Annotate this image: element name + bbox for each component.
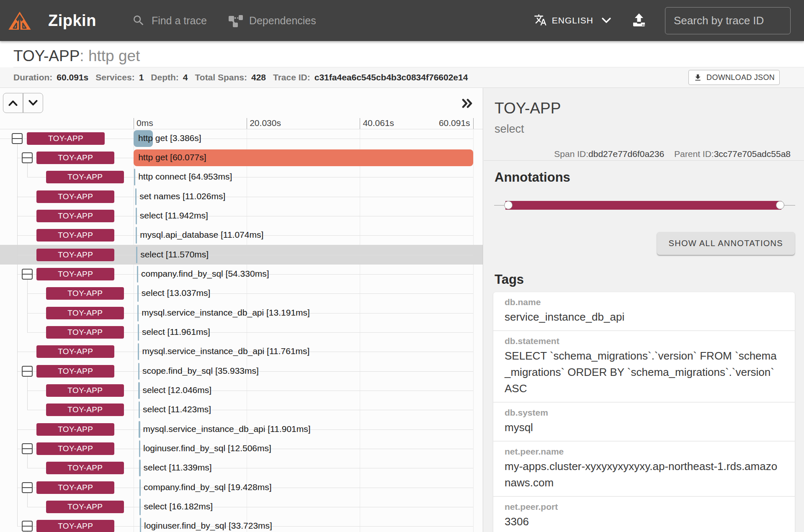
service-badge[interactable]: TOY-APP: [36, 423, 114, 436]
service-badge[interactable]: TOY-APP: [36, 190, 114, 203]
tag-key: db.name: [505, 297, 781, 307]
trace-header: TOY-APP: http get: [0, 41, 804, 67]
parent-id-value: 3cc77e705adc55a8: [714, 149, 791, 159]
annotation-marker-start[interactable]: [504, 201, 513, 209]
span-name-label: select [11.423ms]: [143, 404, 211, 414]
span-duration-bar[interactable]: [139, 401, 140, 418]
timeline-gridline: [473, 129, 474, 532]
parent-id-label: Parent ID:: [674, 149, 714, 159]
ruler-tick-mark: [473, 118, 474, 129]
tree-vertical-connector: [27, 454, 28, 468]
expand-collapse-box[interactable]: [22, 366, 33, 377]
tags-card: db.nameservice_instance_db_apidb.stateme…: [493, 292, 795, 532]
span-ids: Span ID:dbd27e77d6f0a236Parent ID:3cc77e…: [554, 149, 791, 159]
span-duration-bar[interactable]: [135, 188, 137, 205]
span-duration-bar[interactable]: [137, 305, 139, 321]
summary-item: Depth:4: [151, 72, 188, 82]
app-title[interactable]: Zipkin: [48, 12, 96, 30]
service-badge[interactable]: TOY-APP: [46, 171, 124, 183]
nav-find-a-trace[interactable]: Find a trace: [132, 14, 207, 27]
tags-title: Tags: [495, 272, 524, 287]
service-badge[interactable]: TOY-APP: [36, 365, 114, 378]
service-badge[interactable]: TOY-APP: [46, 403, 124, 416]
span-name-label: http get [60.077s]: [138, 152, 206, 162]
ruler-tick-mark: [134, 118, 134, 129]
trace-tree-canvas: 0ms20.030s40.061s60.091sTOY-APPhttp get …: [0, 88, 483, 532]
summary-label: Duration:: [13, 72, 52, 82]
span-name-label: loginuser.find_by_sql [33.723ms]: [144, 521, 272, 531]
span-detail-pane: TOY-APP select Span ID:dbd27e77d6f0a236P…: [484, 88, 804, 532]
summary-value: 428: [251, 72, 266, 82]
trace-timeline-pane: 0ms20.030s40.061s60.091sTOY-APPhttp get …: [0, 88, 483, 532]
summary-label: Total Spans:: [195, 72, 247, 82]
span-name-label: select [11.339ms]: [144, 463, 212, 473]
language-selector[interactable]: ENGLISH: [534, 13, 611, 28]
span-name-label: mysql.service_instance_db_api [11.901ms]: [143, 424, 311, 434]
span-duration-bar[interactable]: [139, 460, 140, 476]
expand-collapse-box[interactable]: [12, 133, 23, 144]
service-badge[interactable]: TOY-APP: [46, 307, 124, 319]
expand-collapse-box[interactable]: [22, 152, 33, 163]
service-badge[interactable]: TOY-APP: [46, 326, 124, 339]
upload-trace-button[interactable]: [631, 13, 647, 28]
service-badge[interactable]: TOY-APP: [36, 210, 114, 222]
service-badge[interactable]: TOY-APP: [36, 481, 114, 494]
language-label: ENGLISH: [552, 15, 593, 26]
span-duration-bar[interactable]: [136, 227, 137, 244]
service-badge[interactable]: TOY-APP: [36, 520, 114, 532]
tag-row: db.nameservice_instance_db_api: [493, 292, 795, 331]
span-name-label: select [11.961ms]: [142, 327, 210, 337]
expand-collapse-box[interactable]: [22, 269, 33, 280]
search-by-trace-id-input[interactable]: [665, 7, 791, 34]
summary-item: Trace ID:c31fa4ea6c545cb4b3c0834f76602e1…: [273, 72, 468, 82]
ruler-bottom-border: [0, 129, 483, 129]
service-badge[interactable]: TOY-APP: [36, 345, 114, 358]
tree-vertical-connector: [17, 144, 18, 527]
service-badge[interactable]: TOY-APP: [46, 501, 124, 513]
download-json-button[interactable]: DOWNLOAD JSON: [688, 70, 780, 85]
tree-vertical-connector: [27, 163, 28, 177]
span-duration-bar[interactable]: [139, 440, 140, 457]
timeline-gridline: [247, 129, 247, 532]
annotation-marker-end[interactable]: [776, 201, 784, 209]
expand-collapse-box[interactable]: [22, 521, 33, 532]
span-duration-bar[interactable]: [138, 382, 139, 399]
span-id-label: Span ID:: [554, 149, 588, 159]
span-duration-bar[interactable]: [138, 343, 139, 360]
ruler-tick-mark: [360, 118, 360, 129]
span-duration-bar[interactable]: [137, 285, 139, 302]
service-badge[interactable]: TOY-APP: [27, 132, 105, 145]
trace-summary-items: Duration:60.091sServices:1Depth:4Total S…: [13, 72, 475, 82]
service-badge[interactable]: TOY-APP: [46, 462, 124, 474]
translate-icon: [534, 13, 547, 28]
span-duration-bar[interactable]: [136, 208, 137, 224]
service-badge[interactable]: TOY-APP: [36, 229, 114, 242]
summary-value: c31fa4ea6c545cb4b3c0834f76602e14: [314, 72, 468, 82]
span-duration-bar[interactable]: [134, 169, 135, 185]
nav-dependencies[interactable]: Dependencies: [228, 14, 316, 27]
span-duration-bar[interactable]: [137, 266, 138, 283]
span-duration-bar[interactable]: [139, 499, 141, 515]
service-badge[interactable]: TOY-APP: [36, 152, 114, 164]
service-badge[interactable]: TOY-APP: [36, 249, 114, 261]
service-badge[interactable]: TOY-APP: [36, 268, 114, 280]
service-badge[interactable]: TOY-APP: [46, 384, 124, 397]
timeline-gridline: [360, 129, 360, 532]
span-duration-bar[interactable]: [140, 518, 141, 532]
span-duration-bar[interactable]: [138, 363, 139, 380]
tag-row: db.statementSELECT `schema_migrations`.`…: [493, 331, 795, 403]
span-duration-bar[interactable]: [139, 421, 140, 438]
show-all-annotations-button[interactable]: SHOW ALL ANNOTATIONS: [657, 232, 795, 255]
tag-row: db.systemmysql: [493, 403, 795, 442]
span-duration-bar[interactable]: [138, 324, 139, 341]
service-badge[interactable]: TOY-APP: [36, 442, 114, 455]
ruler-tick-label: 20.030s: [250, 118, 281, 128]
expand-collapse-box[interactable]: [22, 482, 33, 493]
dependencies-icon: [228, 14, 243, 27]
span-duration-bar[interactable]: [136, 247, 137, 263]
service-badge[interactable]: TOY-APP: [46, 287, 124, 300]
expand-collapse-box[interactable]: [22, 443, 33, 454]
trace-title: TOY-APP: http get: [13, 47, 140, 65]
span-name-label: select [11.570ms]: [140, 249, 209, 260]
span-duration-bar[interactable]: [139, 479, 141, 496]
